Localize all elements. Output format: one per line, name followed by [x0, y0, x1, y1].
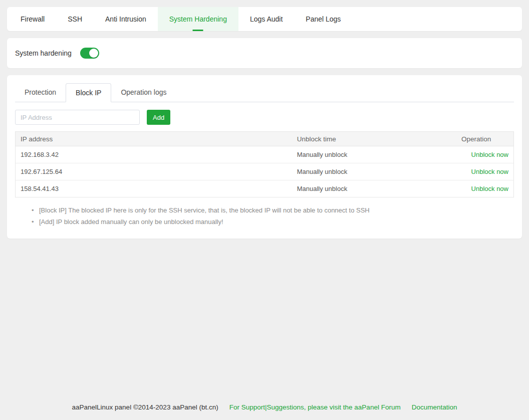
unblock-now-link[interactable]: Unblock now [471, 168, 508, 175]
tab-firewall[interactable]: Firewall [9, 7, 56, 31]
unblock-now-link[interactable]: Unblock now [471, 151, 508, 158]
table-row: 192.67.125.64 Manually unblock Unblock n… [16, 163, 514, 180]
tab-ssh[interactable]: SSH [56, 7, 94, 31]
note-block-ip: [Block IP] The blocked IP here is only f… [32, 204, 514, 216]
unblock-now-link[interactable]: Unblock now [471, 185, 508, 192]
block-ip-panel: Protection Block IP Operation logs Add I… [7, 75, 522, 239]
cell-unblock-time: Manually unblock [292, 180, 456, 197]
tab-block-ip[interactable]: Block IP [66, 83, 111, 102]
ip-address-input[interactable] [15, 110, 140, 125]
copyright-text: aaPanelLinux panel ©2014-2023 aaPanel (b… [72, 403, 218, 411]
table-row: 192.168.3.42 Manually unblock Unblock no… [16, 146, 514, 163]
tab-logs-audit[interactable]: Logs Audit [238, 7, 294, 31]
cell-ip: 192.67.125.64 [16, 163, 292, 180]
column-header-ip: IP address [16, 132, 292, 146]
cell-unblock-time: Manually unblock [292, 146, 456, 163]
note-add: [Add] IP block added manually can only b… [32, 216, 514, 228]
sub-tab-bar: Protection Block IP Operation logs [15, 83, 514, 102]
tab-system-hardening[interactable]: System Hardening [158, 7, 238, 31]
tab-anti-intrusion[interactable]: Anti Intrusion [94, 7, 158, 31]
page-footer: aaPanelLinux panel ©2014-2023 aaPanel (b… [0, 403, 529, 411]
system-hardening-card: System hardening [7, 38, 522, 68]
table-header-row: IP address Unblock time Operation [16, 132, 514, 146]
table-row: 158.54.41.43 Manually unblock Unblock no… [16, 180, 514, 197]
cell-ip: 192.168.3.42 [16, 146, 292, 163]
add-ip-row: Add [15, 110, 514, 125]
cell-ip: 158.54.41.43 [16, 180, 292, 197]
tab-protection[interactable]: Protection [15, 83, 66, 102]
tab-operation-logs[interactable]: Operation logs [111, 83, 176, 102]
blocked-ip-table: IP address Unblock time Operation 192.16… [15, 131, 514, 197]
toggle-knob [89, 49, 98, 58]
system-hardening-toggle[interactable] [80, 48, 99, 59]
notes-list: [Block IP] The blocked IP here is only f… [15, 204, 514, 228]
add-button[interactable]: Add [147, 110, 170, 125]
column-header-operation: Operation [456, 132, 513, 146]
support-forum-link[interactable]: For Support|Suggestions, please visit th… [229, 403, 401, 411]
main-tab-bar: Firewall SSH Anti Intrusion System Harde… [7, 7, 522, 31]
documentation-link[interactable]: Documentation [412, 403, 457, 411]
column-header-unblock-time: Unblock time [292, 132, 456, 146]
cell-unblock-time: Manually unblock [292, 163, 456, 180]
tab-panel-logs[interactable]: Panel Logs [294, 7, 352, 31]
system-hardening-label: System hardening [15, 49, 72, 57]
